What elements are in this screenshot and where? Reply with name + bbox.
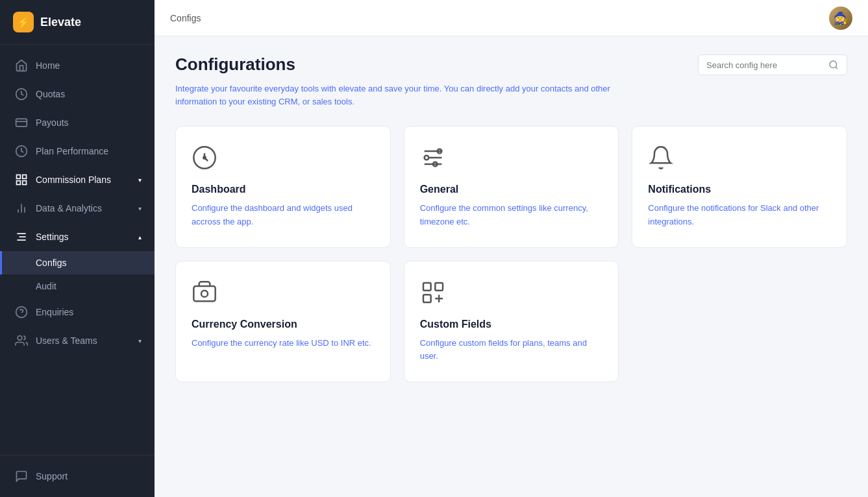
sidebar-footer: Support bbox=[0, 455, 155, 497]
sidebar-item-label: Home bbox=[36, 60, 60, 71]
sidebar-item-users-teams[interactable]: Users & Teams ▾ bbox=[0, 326, 155, 355]
svg-rect-31 bbox=[423, 295, 431, 302]
sidebar-item-support[interactable]: Support bbox=[0, 462, 155, 491]
sidebar-header: ⚡ Elevate bbox=[0, 0, 155, 45]
sidebar-item-label: Support bbox=[36, 471, 68, 481]
svg-rect-5 bbox=[23, 175, 27, 179]
sidebar-item-enquiries[interactable]: Enquiries bbox=[0, 298, 155, 326]
content-header: Configurations bbox=[175, 55, 847, 80]
card-title: General bbox=[420, 184, 603, 195]
svg-point-24 bbox=[424, 156, 428, 160]
logo-icon: ⚡ bbox=[17, 16, 30, 29]
sidebar-item-quotas[interactable]: Quotas bbox=[0, 80, 155, 108]
currency-icon bbox=[192, 280, 217, 306]
page-content: Configurations Integrate your favourite … bbox=[155, 36, 868, 497]
card-desc: Configure the notifications for Slack an… bbox=[648, 202, 831, 229]
commission-plans-icon bbox=[15, 173, 28, 186]
title-area: Configurations bbox=[175, 55, 295, 80]
card-desc: Configure the currency rate like USD to … bbox=[192, 337, 375, 350]
svg-rect-1 bbox=[16, 119, 27, 127]
topbar-right: 🧙 bbox=[829, 6, 852, 30]
support-icon bbox=[15, 470, 28, 483]
chevron-down-icon: ▾ bbox=[138, 205, 142, 212]
svg-point-20 bbox=[203, 156, 205, 158]
card-title: Currency Conversion bbox=[192, 319, 375, 330]
svg-point-17 bbox=[830, 61, 837, 68]
svg-rect-30 bbox=[435, 283, 443, 291]
card-notifications[interactable]: Notifications Configure the notification… bbox=[632, 126, 847, 248]
quotas-icon bbox=[15, 88, 28, 101]
audit-label: Audit bbox=[36, 281, 56, 291]
card-dashboard[interactable]: Dashboard Configure the dashboard and wi… bbox=[175, 126, 391, 248]
svg-line-18 bbox=[836, 67, 837, 69]
sidebar: ⚡ Elevate Home Quotas Payouts Plan Perfo… bbox=[0, 0, 155, 497]
sidebar-nav: Home Quotas Payouts Plan Performance Com… bbox=[0, 45, 155, 455]
svg-point-28 bbox=[201, 290, 208, 297]
svg-point-16 bbox=[18, 336, 22, 341]
page-subtitle: Integrate your favourite everyday tools … bbox=[175, 82, 617, 108]
page-title: Configurations bbox=[175, 55, 295, 75]
dashboard-icon bbox=[192, 145, 217, 171]
card-general[interactable]: General Configure the common settings li… bbox=[404, 126, 619, 248]
sidebar-item-label: Quotas bbox=[36, 89, 65, 99]
app-logo: ⚡ bbox=[13, 12, 34, 32]
svg-rect-4 bbox=[17, 175, 21, 179]
avatar: 🧙 bbox=[829, 6, 852, 30]
sidebar-item-settings[interactable]: Settings ▴ bbox=[0, 223, 155, 251]
app-name: Elevate bbox=[40, 16, 81, 29]
plan-performance-icon bbox=[15, 145, 28, 158]
search-input[interactable] bbox=[706, 60, 823, 70]
topbar: Configs 🧙 bbox=[155, 0, 868, 36]
card-currency-conversion[interactable]: Currency Conversion Configure the curren… bbox=[175, 261, 391, 383]
card-desc: Configure the dashboard and widgets used… bbox=[192, 202, 375, 229]
sidebar-item-label: Settings bbox=[36, 232, 69, 242]
svg-rect-7 bbox=[23, 181, 27, 185]
payouts-icon bbox=[15, 116, 28, 129]
chevron-down-icon: ▾ bbox=[138, 337, 142, 345]
sidebar-item-label: Users & Teams bbox=[36, 335, 97, 346]
card-title: Custom Fields bbox=[420, 319, 603, 330]
chevron-up-icon: ▴ bbox=[138, 234, 142, 241]
sidebar-item-label: Enquiries bbox=[36, 307, 73, 317]
enquiries-icon bbox=[15, 306, 28, 319]
configs-label: Configs bbox=[36, 258, 66, 268]
settings-subnav: Configs Audit bbox=[0, 251, 155, 298]
sidebar-item-data-analytics[interactable]: Data & Analytics ▾ bbox=[0, 194, 155, 223]
breadcrumb: Configs bbox=[170, 13, 201, 23]
sidebar-item-payouts[interactable]: Payouts bbox=[0, 108, 155, 137]
sidebar-item-plan-performance[interactable]: Plan Performance bbox=[0, 137, 155, 165]
settings-icon bbox=[15, 230, 28, 243]
sidebar-item-label: Data & Analytics bbox=[36, 203, 102, 213]
cards-grid: Dashboard Configure the dashboard and wi… bbox=[175, 126, 847, 382]
svg-rect-6 bbox=[17, 181, 21, 185]
search-icon bbox=[828, 60, 839, 70]
sidebar-item-label: Commission Plans bbox=[36, 175, 111, 185]
card-custom-fields[interactable]: Custom Fields Configure custom fields fo… bbox=[404, 261, 619, 383]
sidebar-item-commission-plans[interactable]: Commission Plans ▾ bbox=[0, 165, 155, 194]
custom-fields-icon bbox=[420, 280, 446, 306]
sidebar-item-label: Payouts bbox=[36, 117, 69, 128]
card-desc: Configure custom fields for plans, teams… bbox=[420, 337, 603, 364]
sidebar-item-label: Plan Performance bbox=[36, 146, 108, 156]
search-bar[interactable] bbox=[698, 55, 847, 75]
chevron-down-icon: ▾ bbox=[138, 176, 142, 184]
card-desc: Configure the common settings like curre… bbox=[420, 202, 603, 229]
users-teams-icon bbox=[15, 334, 28, 347]
home-icon bbox=[15, 59, 28, 72]
notifications-icon bbox=[648, 145, 674, 171]
general-icon bbox=[420, 145, 446, 171]
svg-rect-29 bbox=[423, 283, 431, 291]
sidebar-item-audit[interactable]: Audit bbox=[0, 274, 155, 298]
sidebar-item-configs[interactable]: Configs bbox=[0, 251, 155, 274]
main-content: Configs 🧙 Configurations Integrate your … bbox=[155, 0, 868, 497]
svg-rect-27 bbox=[193, 286, 215, 301]
card-title: Dashboard bbox=[192, 184, 375, 195]
sidebar-item-home[interactable]: Home bbox=[0, 51, 155, 80]
card-title: Notifications bbox=[648, 184, 831, 195]
data-analytics-icon bbox=[15, 202, 28, 215]
